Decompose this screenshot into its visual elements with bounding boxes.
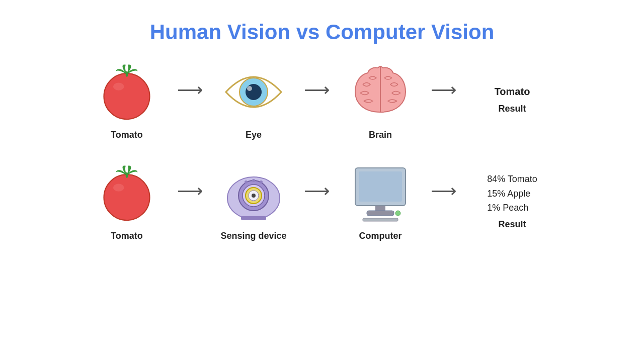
- svg-point-19: [252, 179, 255, 182]
- result-value-3: 1% Peach: [487, 201, 537, 215]
- item-tomato-1: Tomato: [82, 59, 172, 140]
- svg-rect-10: [126, 172, 128, 178]
- result-2-label: Result: [498, 219, 526, 230]
- item-computer: Computer: [335, 160, 426, 241]
- svg-rect-2: [126, 71, 128, 77]
- result-2-box: 84% Tomato 15% Apple 1% Peach Result: [462, 172, 562, 230]
- item-tomato-2: Tomato: [82, 160, 172, 241]
- arrow-1: ⟶: [177, 79, 203, 101]
- item-camera: Sensing device: [208, 160, 299, 241]
- arrow-6: ⟶: [431, 180, 457, 202]
- tomato-label-1: Tomato: [111, 130, 143, 140]
- result-value-2: 15% Apple: [487, 187, 537, 201]
- svg-point-9: [113, 184, 124, 192]
- result-value-1: 84% Tomato: [487, 172, 537, 187]
- svg-rect-22: [359, 171, 402, 202]
- result-1-label: Result: [498, 104, 526, 114]
- result-1-box: Tomato Result: [462, 86, 562, 114]
- page-title: Human Vision vs Computer Vision: [150, 20, 495, 44]
- result-2-values: 84% Tomato 15% Apple 1% Peach: [487, 172, 537, 215]
- svg-point-1: [113, 83, 124, 90]
- human-vision-row: Tomato ⟶ Eye ⟶: [0, 59, 644, 140]
- result-1-value: Tomato: [495, 86, 530, 98]
- tomato-icon-2: [94, 160, 159, 226]
- brain-label: Brain: [369, 130, 392, 140]
- svg-rect-24: [367, 211, 394, 216]
- arrow-3: ⟶: [431, 79, 457, 101]
- tomato-label-2: Tomato: [111, 231, 143, 241]
- svg-point-18: [245, 180, 248, 184]
- svg-point-25: [395, 211, 400, 216]
- camera-icon: [221, 160, 286, 226]
- svg-point-20: [260, 180, 263, 184]
- svg-point-0: [104, 73, 150, 119]
- arrow-4: ⟶: [177, 180, 203, 202]
- eye-icon: [221, 59, 286, 125]
- svg-point-4: [246, 84, 262, 100]
- computer-icon: [348, 160, 413, 226]
- svg-point-5: [247, 86, 252, 91]
- svg-rect-12: [241, 216, 266, 220]
- tomato-icon-1: [94, 59, 159, 125]
- svg-point-17: [252, 194, 256, 198]
- item-eye: Eye: [208, 59, 299, 140]
- eye-label: Eye: [246, 130, 262, 140]
- computer-vision-row: Tomato ⟶: [0, 160, 644, 241]
- brain-icon: [348, 59, 413, 125]
- arrow-5: ⟶: [304, 180, 330, 202]
- svg-rect-26: [363, 218, 398, 221]
- camera-label: Sensing device: [220, 231, 286, 241]
- svg-point-8: [104, 174, 150, 220]
- computer-label: Computer: [359, 231, 402, 241]
- item-brain: Brain: [335, 59, 426, 140]
- arrow-2: ⟶: [304, 79, 330, 101]
